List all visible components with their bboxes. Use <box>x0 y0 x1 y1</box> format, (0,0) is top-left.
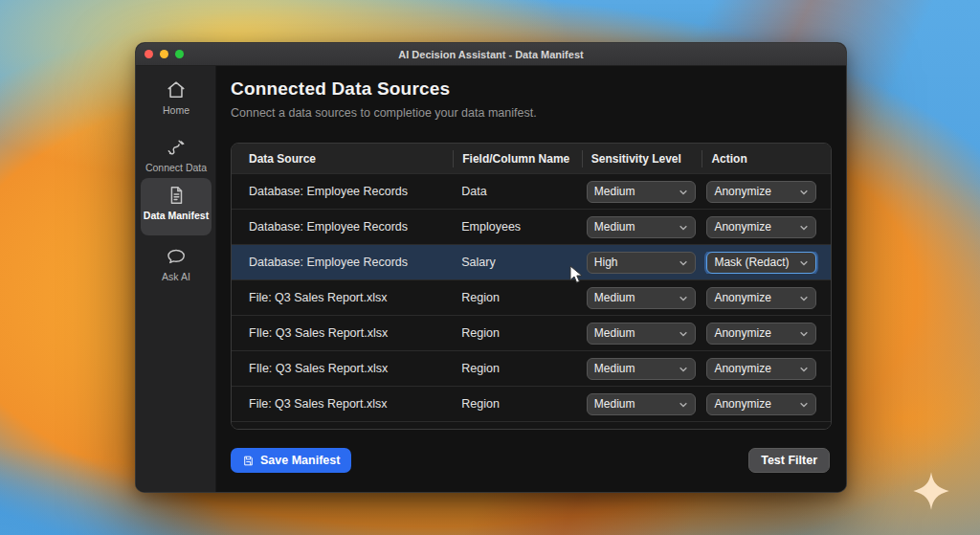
column-header-data-source: Data Source <box>232 150 453 167</box>
data-sources-table: Data Source Field/Column Name Sensitivit… <box>231 143 832 430</box>
sensitivity-dropdown[interactable]: Medium <box>587 358 696 380</box>
dropdown-value: Anonymize <box>714 326 770 340</box>
sidebar-item-connect-data[interactable]: Connect Data <box>136 137 216 173</box>
sidebar-item-ask-ai[interactable]: Ask AI <box>136 246 216 282</box>
dropdown-value: Medium <box>594 185 635 198</box>
cell-field-name: Region <box>453 362 582 375</box>
test-filter-label: Test Filter <box>761 454 817 467</box>
sensitivity-dropdown[interactable]: Medium <box>587 393 696 415</box>
dropdown-value: Mask (Redact) <box>714 256 789 269</box>
table-row-partial[interactable] <box>232 421 831 430</box>
desktop: AI Decision Assistant - Data Manifest Ho… <box>0 0 980 535</box>
sparkle-icon <box>911 471 951 511</box>
action-dropdown[interactable] <box>706 429 816 431</box>
connect-cable-icon <box>166 137 187 158</box>
chevron-down-icon <box>679 295 688 301</box>
table-row[interactable]: Database: Employee Records Employees Med… <box>232 209 831 244</box>
table-row[interactable]: File: Q3 Sales Report.xlsx Region Medium… <box>232 279 831 315</box>
action-dropdown[interactable]: Anonymize <box>706 216 816 238</box>
sidebar-item-home[interactable]: Home <box>136 79 216 116</box>
save-floppy-icon <box>242 455 255 467</box>
cell-data-source: Database: Employee Records <box>232 256 453 269</box>
document-icon <box>166 185 187 206</box>
sidebar-item-label: Data Manifest <box>144 210 209 221</box>
chevron-down-icon <box>799 259 809 266</box>
dropdown-value: Anonymize <box>714 397 770 411</box>
cell-data-source: Database: Employee Records <box>232 185 453 198</box>
cell-data-source: File: Q3 Sales Report.xlsx <box>232 397 453 411</box>
chevron-down-icon <box>679 259 688 266</box>
page-subtitle: Connect a data sources to completioe you… <box>231 106 537 120</box>
chevron-down-icon <box>799 401 809 408</box>
table-row[interactable]: FIle: Q3 Sales Report.xlsx Region Medium… <box>232 315 831 350</box>
dropdown-value: Anonymize <box>714 220 770 234</box>
dropdown-value: Anonymize <box>714 291 770 304</box>
chevron-down-icon <box>679 366 688 372</box>
table-row[interactable]: Database: Employee Records Data Medium A… <box>232 173 831 209</box>
dropdown-value: High <box>594 256 618 269</box>
cell-field-name: Region <box>453 291 582 304</box>
cell-data-source: Database: Employee Records <box>232 220 453 234</box>
action-dropdown-focused[interactable]: Mask (Redact) <box>706 252 816 274</box>
action-dropdown[interactable]: Anonymize <box>706 393 816 415</box>
dropdown-value: Medium <box>594 397 635 411</box>
chevron-down-icon <box>679 189 688 195</box>
action-dropdown[interactable]: Anonymize <box>706 181 816 203</box>
column-header-field: Field/Column Name <box>453 150 582 167</box>
chevron-down-icon <box>799 295 809 301</box>
sidebar-item-label: Ask AI <box>162 271 190 282</box>
cell-field-name: Data <box>453 185 582 198</box>
sidebar-item-label: Home <box>163 104 189 116</box>
table-row[interactable]: File: Q3 Sales Report.xlsx Region Medium… <box>232 386 831 421</box>
dropdown-value: Medium <box>594 362 635 375</box>
mouse-cursor <box>569 265 585 284</box>
home-icon <box>166 79 187 100</box>
chevron-down-icon <box>799 224 809 231</box>
sensitivity-dropdown[interactable] <box>587 429 696 431</box>
sensitivity-dropdown[interactable]: Medium <box>587 323 696 345</box>
table-row-selected[interactable]: Database: Employee Records Salary High M… <box>232 244 831 279</box>
sidebar: Home Connect Data Data Manifest <box>136 66 216 492</box>
dropdown-value: Anonymize <box>714 185 770 198</box>
dropdown-value: Medium <box>594 326 635 340</box>
save-manifest-button[interactable]: Save Manifest <box>231 448 351 473</box>
chevron-down-icon <box>799 330 809 337</box>
cell-data-source: FIle: Q3 Sales Report.xlsx <box>232 362 453 375</box>
sidebar-item-data-manifest[interactable]: Data Manifest <box>136 185 216 221</box>
cell-data-source: FIle: Q3 Sales Report.xlsx <box>232 326 453 340</box>
sensitivity-dropdown[interactable]: High <box>587 252 696 274</box>
page-title: Connected Data Sources <box>231 78 450 100</box>
table-row[interactable]: FIle: Q3 Sales Report.xlsx Region Medium… <box>232 350 831 386</box>
cell-field-name: Salary <box>453 256 582 269</box>
column-header-action: Action <box>702 150 831 167</box>
dropdown-value: Medium <box>594 291 635 304</box>
app-window: AI Decision Assistant - Data Manifest Ho… <box>135 42 847 493</box>
chevron-down-icon <box>679 401 688 408</box>
sensitivity-dropdown[interactable]: Medium <box>587 216 696 238</box>
save-manifest-label: Save Manifest <box>260 454 340 467</box>
column-header-sensitivity: Sensitivity Level <box>582 150 702 167</box>
dropdown-value: Medium <box>594 220 635 234</box>
window-title: AI Decision Assistant - Data Manifest <box>136 49 846 60</box>
chat-bubble-icon <box>166 246 187 267</box>
chevron-down-icon <box>799 189 809 195</box>
test-filter-button[interactable]: Test Filter <box>748 448 830 473</box>
action-dropdown[interactable]: Anonymize <box>706 287 816 309</box>
chevron-down-icon <box>679 330 688 337</box>
chevron-down-icon <box>679 224 688 231</box>
sidebar-item-label: Connect Data <box>145 162 207 173</box>
action-dropdown[interactable]: Anonymize <box>706 323 816 345</box>
cell-field-name: Region <box>453 397 582 411</box>
title-bar[interactable]: AI Decision Assistant - Data Manifest <box>136 43 846 66</box>
chevron-down-icon <box>799 366 809 372</box>
cell-field-name: Region <box>453 326 582 340</box>
sensitivity-dropdown[interactable]: Medium <box>587 287 696 309</box>
table-header-row: Data Source Field/Column Name Sensitivit… <box>232 144 831 173</box>
dropdown-value: Anonymize <box>714 362 770 375</box>
main-content: Connected Data Sources Connect a data so… <box>216 66 846 492</box>
sensitivity-dropdown[interactable]: Medium <box>587 181 696 203</box>
cell-field-name: Employees <box>453 220 582 234</box>
cell-data-source: File: Q3 Sales Report.xlsx <box>232 291 453 304</box>
action-dropdown[interactable]: Anonymize <box>706 358 816 380</box>
